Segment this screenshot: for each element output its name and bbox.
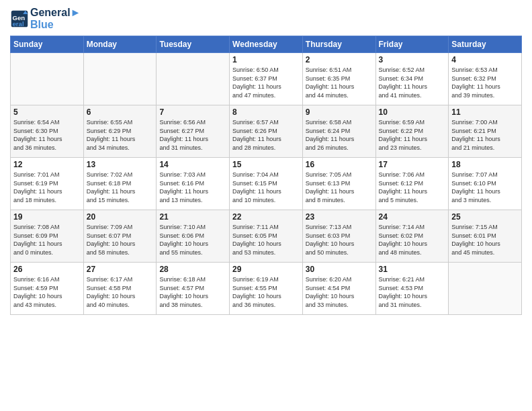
calendar-cell: 16Sunrise: 7:05 AM Sunset: 6:13 PM Dayli…: [302, 158, 375, 210]
day-info: Sunrise: 7:08 AM Sunset: 6:09 PM Dayligh…: [13, 223, 81, 257]
svg-text:eral: eral: [13, 19, 24, 27]
day-number: 6: [87, 107, 154, 117]
calendar-cell: [83, 53, 157, 105]
weekday-header-wednesday: Wednesday: [230, 36, 303, 53]
calendar-cell: 6Sunrise: 6:55 AM Sunset: 6:29 PM Daylig…: [83, 105, 157, 158]
day-info: Sunrise: 7:09 AM Sunset: 6:07 PM Dayligh…: [87, 223, 154, 257]
calendar-cell: 23Sunrise: 7:13 AM Sunset: 6:03 PM Dayli…: [302, 210, 375, 263]
day-number: 26: [13, 265, 81, 274]
calendar-cell: 24Sunrise: 7:14 AM Sunset: 6:02 PM Dayli…: [375, 210, 449, 263]
calendar-cell: [11, 53, 84, 105]
day-info: Sunrise: 6:18 AM Sunset: 4:57 PM Dayligh…: [159, 275, 226, 309]
calendar-cell: [157, 53, 230, 105]
calendar-cell: 3Sunrise: 6:52 AM Sunset: 6:34 PM Daylig…: [375, 53, 449, 105]
weekday-header-tuesday: Tuesday: [157, 36, 230, 53]
calendar-cell: 27Sunrise: 6:17 AM Sunset: 4:58 PM Dayli…: [83, 263, 157, 315]
calendar-cell: 9Sunrise: 6:58 AM Sunset: 6:24 PM Daylig…: [302, 105, 375, 158]
day-number: 23: [306, 212, 373, 222]
day-number: 31: [379, 265, 446, 274]
day-info: Sunrise: 7:13 AM Sunset: 6:03 PM Dayligh…: [306, 223, 373, 257]
day-info: Sunrise: 6:21 AM Sunset: 4:53 PM Dayligh…: [379, 275, 446, 309]
day-number: 12: [13, 160, 81, 169]
calendar-cell: 29Sunrise: 6:19 AM Sunset: 4:55 PM Dayli…: [230, 263, 303, 315]
calendar-cell: 22Sunrise: 7:11 AM Sunset: 6:05 PM Dayli…: [230, 210, 303, 263]
calendar-cell: 26Sunrise: 6:16 AM Sunset: 4:59 PM Dayli…: [11, 263, 84, 315]
logo-line1: General►: [30, 7, 81, 19]
day-info: Sunrise: 7:11 AM Sunset: 6:05 PM Dayligh…: [232, 223, 300, 257]
day-number: 7: [159, 107, 226, 117]
calendar-row-3: 19Sunrise: 7:08 AM Sunset: 6:09 PM Dayli…: [11, 210, 522, 263]
calendar-body: 1Sunrise: 6:50 AM Sunset: 6:37 PM Daylig…: [11, 53, 522, 315]
day-info: Sunrise: 6:16 AM Sunset: 4:59 PM Dayligh…: [13, 275, 81, 309]
calendar-cell: 19Sunrise: 7:08 AM Sunset: 6:09 PM Dayli…: [11, 210, 84, 263]
calendar-cell: 25Sunrise: 7:15 AM Sunset: 6:01 PM Dayli…: [449, 210, 522, 263]
header: Gen eral General► Blue: [10, 7, 522, 30]
day-number: 22: [232, 212, 300, 222]
calendar-row-2: 12Sunrise: 7:01 AM Sunset: 6:19 PM Dayli…: [11, 158, 522, 210]
day-info: Sunrise: 6:51 AM Sunset: 6:35 PM Dayligh…: [306, 66, 373, 99]
day-info: Sunrise: 7:00 AM Sunset: 6:21 PM Dayligh…: [451, 118, 519, 152]
weekday-header-friday: Friday: [375, 36, 449, 53]
calendar-cell: 2Sunrise: 6:51 AM Sunset: 6:35 PM Daylig…: [302, 53, 375, 105]
calendar-cell: 1Sunrise: 6:50 AM Sunset: 6:37 PM Daylig…: [230, 53, 303, 105]
calendar-cell: 20Sunrise: 7:09 AM Sunset: 6:07 PM Dayli…: [83, 210, 157, 263]
day-number: 18: [451, 160, 519, 169]
calendar-table: SundayMondayTuesdayWednesdayThursdayFrid…: [10, 36, 522, 315]
day-info: Sunrise: 6:56 AM Sunset: 6:27 PM Dayligh…: [159, 118, 226, 152]
day-info: Sunrise: 7:14 AM Sunset: 6:02 PM Dayligh…: [379, 223, 446, 257]
calendar-cell: 30Sunrise: 6:20 AM Sunset: 4:54 PM Dayli…: [302, 263, 375, 315]
logo-text-block: General► Blue: [30, 7, 81, 30]
day-info: Sunrise: 7:05 AM Sunset: 6:13 PM Dayligh…: [306, 171, 373, 204]
calendar-cell: 12Sunrise: 7:01 AM Sunset: 6:19 PM Dayli…: [11, 158, 84, 210]
day-info: Sunrise: 7:02 AM Sunset: 6:18 PM Dayligh…: [87, 171, 154, 204]
day-number: 24: [379, 212, 446, 222]
calendar-row-4: 26Sunrise: 6:16 AM Sunset: 4:59 PM Dayli…: [11, 263, 522, 315]
calendar-cell: 18Sunrise: 7:07 AM Sunset: 6:10 PM Dayli…: [449, 158, 522, 210]
day-info: Sunrise: 6:55 AM Sunset: 6:29 PM Dayligh…: [87, 118, 154, 152]
day-info: Sunrise: 6:59 AM Sunset: 6:22 PM Dayligh…: [379, 118, 446, 152]
day-info: Sunrise: 6:17 AM Sunset: 4:58 PM Dayligh…: [87, 275, 154, 309]
day-number: 10: [379, 107, 446, 117]
day-info: Sunrise: 6:57 AM Sunset: 6:26 PM Dayligh…: [232, 118, 300, 152]
day-number: 3: [379, 55, 446, 64]
weekday-header-saturday: Saturday: [449, 36, 522, 53]
logo: Gen eral General► Blue: [10, 7, 81, 30]
day-info: Sunrise: 6:53 AM Sunset: 6:32 PM Dayligh…: [451, 66, 519, 99]
calendar-cell: 7Sunrise: 6:56 AM Sunset: 6:27 PM Daylig…: [157, 105, 230, 158]
day-number: 16: [306, 160, 373, 169]
day-info: Sunrise: 7:07 AM Sunset: 6:10 PM Dayligh…: [451, 171, 519, 204]
page-container: Gen eral General► Blue SundayMondayTuesd…: [0, 0, 532, 322]
calendar-cell: 4Sunrise: 6:53 AM Sunset: 6:32 PM Daylig…: [449, 53, 522, 105]
day-number: 29: [232, 265, 300, 274]
day-info: Sunrise: 7:03 AM Sunset: 6:16 PM Dayligh…: [159, 171, 226, 204]
day-number: 27: [87, 265, 154, 274]
day-number: 5: [13, 107, 81, 117]
day-info: Sunrise: 7:15 AM Sunset: 6:01 PM Dayligh…: [451, 223, 519, 257]
day-number: 8: [232, 107, 300, 117]
logo-line2: Blue: [30, 19, 81, 31]
day-number: 9: [306, 107, 373, 117]
day-number: 25: [451, 212, 519, 222]
day-number: 21: [159, 212, 226, 222]
day-number: 13: [87, 160, 154, 169]
day-info: Sunrise: 6:54 AM Sunset: 6:30 PM Dayligh…: [13, 118, 81, 152]
calendar-row-0: 1Sunrise: 6:50 AM Sunset: 6:37 PM Daylig…: [11, 53, 522, 105]
weekday-header-sunday: Sunday: [11, 36, 84, 53]
logo-icon: Gen eral: [10, 9, 29, 28]
calendar-cell: 8Sunrise: 6:57 AM Sunset: 6:26 PM Daylig…: [230, 105, 303, 158]
calendar-cell: 10Sunrise: 6:59 AM Sunset: 6:22 PM Dayli…: [375, 105, 449, 158]
calendar-row-1: 5Sunrise: 6:54 AM Sunset: 6:30 PM Daylig…: [11, 105, 522, 158]
day-number: 2: [306, 55, 373, 64]
day-info: Sunrise: 7:04 AM Sunset: 6:15 PM Dayligh…: [232, 171, 300, 204]
calendar-cell: 17Sunrise: 7:06 AM Sunset: 6:12 PM Dayli…: [375, 158, 449, 210]
day-info: Sunrise: 7:01 AM Sunset: 6:19 PM Dayligh…: [13, 171, 81, 204]
day-number: 15: [232, 160, 300, 169]
day-info: Sunrise: 6:20 AM Sunset: 4:54 PM Dayligh…: [306, 275, 373, 309]
day-number: 28: [159, 265, 226, 274]
day-number: 11: [451, 107, 519, 117]
day-number: 20: [87, 212, 154, 222]
calendar-cell: 5Sunrise: 6:54 AM Sunset: 6:30 PM Daylig…: [11, 105, 84, 158]
day-number: 17: [379, 160, 446, 169]
day-number: 1: [232, 55, 300, 64]
day-info: Sunrise: 6:50 AM Sunset: 6:37 PM Dayligh…: [232, 66, 300, 99]
